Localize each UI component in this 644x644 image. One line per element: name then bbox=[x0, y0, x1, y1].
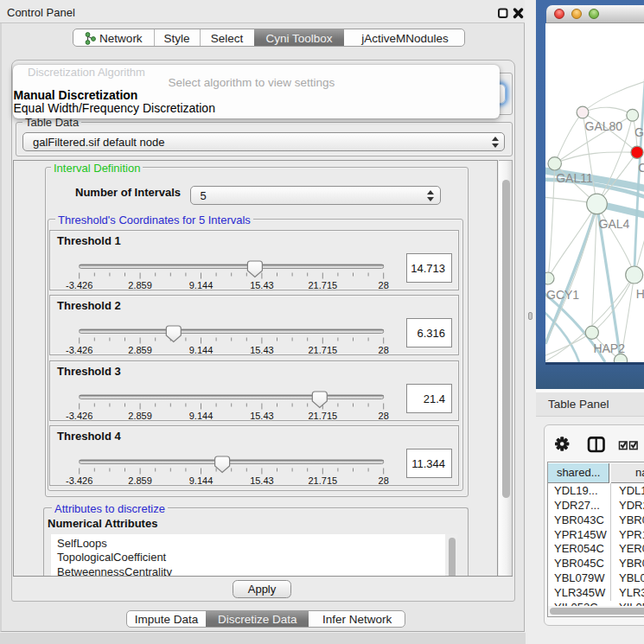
svg-text:9.144: 9.144 bbox=[189, 345, 214, 355]
svg-text:2.859: 2.859 bbox=[128, 345, 152, 355]
svg-text:21.715: 21.715 bbox=[308, 345, 337, 355]
svg-text:2.859: 2.859 bbox=[128, 280, 152, 290]
svg-text:GA: GA bbox=[634, 125, 644, 139]
svg-text:9.144: 9.144 bbox=[189, 475, 214, 486]
svg-text:21.715: 21.715 bbox=[308, 475, 337, 486]
svg-text:15.43: 15.43 bbox=[250, 345, 274, 355]
svg-text:9.144: 9.144 bbox=[189, 280, 214, 290]
svg-text:GAL4: GAL4 bbox=[599, 217, 630, 231]
svg-text:GCY1: GCY1 bbox=[546, 288, 579, 302]
svg-text:HAP2: HAP2 bbox=[593, 341, 625, 355]
svg-text:28: 28 bbox=[379, 345, 389, 355]
svg-text:21.715: 21.715 bbox=[308, 280, 337, 290]
svg-text:2.859: 2.859 bbox=[128, 411, 152, 421]
svg-text:15.43: 15.43 bbox=[250, 280, 274, 290]
svg-text:CY: CY bbox=[638, 161, 644, 175]
svg-text:-3.426: -3.426 bbox=[66, 475, 92, 486]
svg-text:GAL80: GAL80 bbox=[585, 119, 623, 133]
svg-text:-3.426: -3.426 bbox=[66, 345, 92, 355]
svg-text:28: 28 bbox=[379, 280, 389, 290]
svg-text:HI: HI bbox=[636, 287, 644, 301]
svg-text:21.715: 21.715 bbox=[308, 411, 337, 421]
svg-text:2.859: 2.859 bbox=[128, 475, 152, 486]
svg-text:15.43: 15.43 bbox=[250, 475, 274, 486]
svg-text:15.43: 15.43 bbox=[250, 411, 274, 421]
svg-text:-3.426: -3.426 bbox=[66, 280, 92, 290]
svg-text:9.144: 9.144 bbox=[189, 411, 214, 421]
svg-text:28: 28 bbox=[379, 475, 389, 486]
svg-text:28: 28 bbox=[379, 411, 389, 421]
svg-text:-3.426: -3.426 bbox=[66, 411, 92, 421]
svg-text:GAL11: GAL11 bbox=[556, 171, 593, 185]
